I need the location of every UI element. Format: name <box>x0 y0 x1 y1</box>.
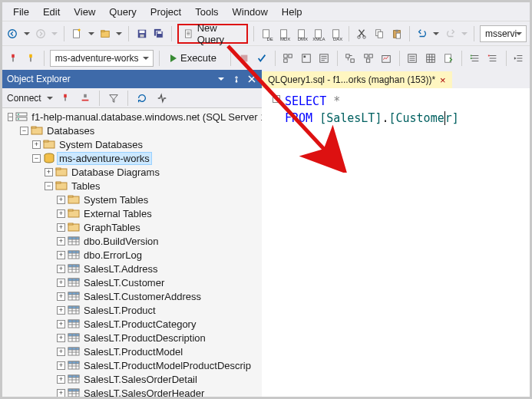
tree-expander[interactable]: − <box>45 182 53 190</box>
disconnect-button[interactable] <box>57 90 74 107</box>
tree-node[interactable]: +GraphTables <box>5 220 262 234</box>
comment-button[interactable] <box>468 50 482 67</box>
tree-node[interactable]: −Databases <box>5 124 262 137</box>
new-item-dropdown[interactable] <box>88 25 95 42</box>
tree-node[interactable]: +SalesLT.ProductModelProductDescrip <box>5 358 262 372</box>
open-project-button[interactable] <box>98 25 113 42</box>
menu-edit[interactable]: Edit <box>37 4 66 20</box>
dax-query-button[interactable]: DAX <box>329 25 344 42</box>
editor-tab[interactable]: QLQuery1.sql - f1...orks (maghan (153))*… <box>262 71 452 88</box>
tree-expander[interactable]: + <box>57 389 65 397</box>
pin-icon[interactable] <box>231 74 242 84</box>
mdx-query-button[interactable]: MDX <box>277 25 292 42</box>
tree-expander[interactable]: + <box>45 168 53 176</box>
tree-node[interactable]: +dbo.BuildVersion <box>5 234 262 248</box>
new-query-button[interactable]: New Query <box>177 24 248 44</box>
tree-expander[interactable]: − <box>20 127 28 135</box>
tree-expander[interactable]: + <box>32 140 41 149</box>
tree-node[interactable]: +SalesLT.Product <box>5 303 262 317</box>
dmx-query-button[interactable]: DMX <box>294 25 309 42</box>
tree-expander[interactable]: + <box>57 196 65 204</box>
tree-expander[interactable]: + <box>57 375 65 384</box>
tree-expander[interactable]: + <box>57 306 65 315</box>
results-file-button[interactable] <box>441 50 456 67</box>
object-explorer-tree[interactable]: −f1-help-manual.database.windows.net (SQ… <box>2 108 262 397</box>
de-query-button[interactable]: DE <box>259 25 274 42</box>
uncomment-button[interactable] <box>485 50 500 67</box>
tree-node[interactable]: +External Tables <box>5 206 262 220</box>
menu-view[interactable]: View <box>68 4 101 20</box>
tree-node[interactable]: −ms-adventure-works <box>5 151 262 165</box>
paste-button[interactable] <box>389 25 404 42</box>
tree-node[interactable]: +System Tables <box>5 193 262 206</box>
tree-node[interactable]: +SalesLT.CustomerAddress <box>5 289 262 303</box>
connect-icon[interactable] <box>5 50 20 67</box>
tree-expander[interactable]: + <box>57 320 65 328</box>
filter-button[interactable] <box>105 90 122 107</box>
tree-node[interactable]: +SalesLT.SalesOrderHeader <box>5 386 262 397</box>
xmla-query-button[interactable]: XMLA <box>312 25 326 42</box>
tree-expander[interactable]: + <box>57 361 65 370</box>
tree-expander[interactable]: + <box>57 237 65 246</box>
tree-node[interactable]: −Tables <box>5 179 262 193</box>
tree-node[interactable]: +Database Diagrams <box>5 165 262 179</box>
query-options-button[interactable] <box>299 50 313 67</box>
menu-tools[interactable]: Tools <box>189 4 224 20</box>
tree-node[interactable]: +SalesLT.Address <box>5 262 262 275</box>
actual-plan-button[interactable] <box>343 50 358 67</box>
open-project-dropdown[interactable] <box>115 25 123 42</box>
server-combo[interactable]: msservi <box>480 25 527 42</box>
tree-node[interactable]: +dbo.ErrorLog <box>5 248 262 262</box>
intellisense-button[interactable] <box>316 50 331 67</box>
menu-file[interactable]: File <box>7 4 35 20</box>
tree-expander[interactable]: − <box>32 154 41 163</box>
tree-expander[interactable]: + <box>57 251 65 259</box>
save-all-button[interactable] <box>152 25 167 42</box>
cut-button[interactable] <box>355 25 369 42</box>
change-connection-button[interactable] <box>23 50 38 67</box>
connect-dropdown[interactable] <box>46 90 54 107</box>
tree-expander[interactable]: + <box>57 209 65 218</box>
results-text-button[interactable] <box>405 50 420 67</box>
sql-editor[interactable]: − SELECT * FROM [SalesLT].[Customer] <box>262 88 530 397</box>
tree-expander[interactable]: + <box>57 223 65 232</box>
object-explorer-titlebar[interactable]: Object Explorer <box>2 70 262 88</box>
estimated-plan-button[interactable] <box>281 50 296 67</box>
tree-expander[interactable]: − <box>8 113 13 121</box>
activity-button[interactable] <box>154 90 170 107</box>
tree-expander[interactable]: + <box>57 265 65 273</box>
close-icon[interactable] <box>246 74 257 84</box>
stop-button-2[interactable] <box>77 90 94 107</box>
database-combo[interactable]: ms-adventure-works <box>50 50 154 67</box>
indent-button[interactable] <box>511 50 526 67</box>
tab-close-icon[interactable]: × <box>440 74 446 86</box>
nav-back-button[interactable] <box>5 25 20 42</box>
client-stats-button[interactable] <box>378 50 393 67</box>
menu-project[interactable]: Project <box>144 4 187 20</box>
nav-back-dropdown[interactable] <box>23 25 31 42</box>
menu-help[interactable]: Help <box>276 4 309 20</box>
tree-expander[interactable]: + <box>57 334 65 342</box>
menu-window[interactable]: Window <box>226 4 274 20</box>
parse-button[interactable] <box>254 50 269 67</box>
tree-node[interactable]: +System Databases <box>5 137 262 151</box>
copy-button[interactable] <box>372 25 387 42</box>
undo-dropdown[interactable] <box>432 25 440 42</box>
tree-node[interactable]: +SalesLT.ProductDescription <box>5 331 262 345</box>
execute-button[interactable]: Execute <box>165 49 225 68</box>
tree-expander[interactable]: + <box>57 348 65 356</box>
tree-node[interactable]: −f1-help-manual.database.windows.net (SQ… <box>5 110 262 124</box>
tree-expander[interactable]: + <box>57 279 65 287</box>
tree-node[interactable]: +SalesLT.SalesOrderDetail <box>5 372 262 386</box>
results-grid-button[interactable] <box>423 50 438 67</box>
tree-expander[interactable]: + <box>57 292 65 301</box>
fold-icon[interactable]: − <box>273 95 280 103</box>
tree-node[interactable]: +SalesLT.ProductModel <box>5 345 262 358</box>
tree-node[interactable]: +SalesLT.Customer <box>5 275 262 289</box>
live-stats-button[interactable] <box>361 50 375 67</box>
undo-button[interactable] <box>415 25 430 42</box>
save-button[interactable] <box>134 25 149 42</box>
refresh-button[interactable] <box>134 90 150 107</box>
connect-label[interactable]: Connect <box>5 93 43 104</box>
menu-query[interactable]: Query <box>103 4 142 20</box>
